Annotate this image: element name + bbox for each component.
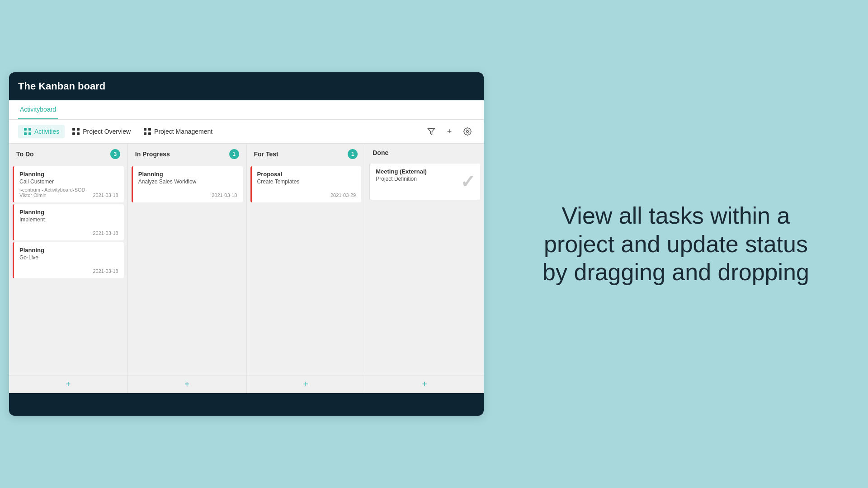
column-cards-in-progress: PlanningAnalyze Sales Workflow2021-03-18 <box>128 164 246 375</box>
svg-rect-6 <box>72 132 75 135</box>
card-subtitle-for-test-0: Create Templates <box>257 178 356 185</box>
done-checkmark-0: ✓ <box>460 171 476 192</box>
card-footer-in-progress-0: 2021-03-18 <box>138 192 237 198</box>
column-todo: To Do3PlanningCall Customeri-centrum - A… <box>9 144 128 393</box>
column-cards-for-test: ProposalCreate Templates2021-03-29 <box>247 164 365 375</box>
toolbar-project-management[interactable]: Project Management <box>138 125 218 138</box>
card-date-todo-0: 2021-03-18 <box>93 192 118 198</box>
card-done-0[interactable]: Meeting (External)Project Definition✓ <box>369 164 480 200</box>
grid-icon-overview <box>72 127 80 136</box>
svg-rect-5 <box>77 128 80 131</box>
column-title-todo: To Do <box>16 150 34 158</box>
filter-button[interactable] <box>424 124 439 139</box>
column-add-todo[interactable]: + <box>9 375 127 393</box>
settings-button[interactable] <box>460 124 475 139</box>
card-title-in-progress-0: Planning <box>138 171 237 178</box>
column-badge-todo: 3 <box>110 149 120 159</box>
svg-rect-7 <box>77 132 80 135</box>
card-date-in-progress-0: 2021-03-18 <box>212 192 237 198</box>
card-footer-todo-2: 2021-03-18 <box>19 268 118 274</box>
app-window: The Kanban board Activityboard Activitie… <box>9 72 484 416</box>
card-title-todo-1: Planning <box>19 209 118 216</box>
column-title-in-progress: In Progress <box>135 150 170 158</box>
grid-icon-management <box>143 127 151 136</box>
card-footer-todo-0: i-centrum - Activityboard-SODViktor Olmi… <box>19 187 118 198</box>
title-bar: The Kanban board <box>9 72 484 100</box>
column-header-in-progress: In Progress1 <box>128 144 246 164</box>
card-meta-todo-0: i-centrum - Activityboard-SODViktor Olmi… <box>19 187 85 198</box>
column-header-for-test: For Test1 <box>247 144 365 164</box>
toolbar-activities-label: Activities <box>34 128 59 135</box>
card-meta-line1: i-centrum - Activityboard-SOD <box>19 187 85 192</box>
side-panel: View all tasks within a project and upda… <box>484 183 868 304</box>
toolbar-project-overview[interactable]: Project Overview <box>66 125 136 138</box>
card-date-for-test-0: 2021-03-29 <box>330 192 356 198</box>
card-date-todo-2: 2021-03-18 <box>93 268 118 274</box>
column-badge-in-progress: 1 <box>229 149 239 159</box>
column-add-done[interactable]: + <box>365 375 484 393</box>
card-meta-line2: Viktor Olmin <box>19 192 85 198</box>
column-cards-done: Meeting (External)Project Definition✓ <box>365 162 484 375</box>
svg-rect-9 <box>148 128 151 131</box>
app-title: The Kanban board <box>18 80 475 92</box>
toolbar: Activities Project Overview <box>9 120 484 144</box>
svg-rect-0 <box>24 128 27 131</box>
svg-rect-1 <box>28 128 31 131</box>
column-cards-todo: PlanningCall Customeri-centrum - Activit… <box>9 164 127 375</box>
card-for-test-0[interactable]: ProposalCreate Templates2021-03-29 <box>250 166 362 202</box>
card-todo-1[interactable]: PlanningImplement2021-03-18 <box>13 204 124 240</box>
svg-rect-3 <box>28 132 31 135</box>
svg-rect-4 <box>72 128 75 131</box>
svg-rect-11 <box>148 132 151 135</box>
card-todo-2[interactable]: PlanningGo-Live2021-03-18 <box>13 242 124 278</box>
add-button[interactable]: + <box>442 124 457 139</box>
column-badge-for-test: 1 <box>348 149 358 159</box>
toolbar-project-management-label: Project Management <box>154 128 212 135</box>
card-footer-todo-1: 2021-03-18 <box>19 230 118 236</box>
toolbar-project-overview-label: Project Overview <box>83 128 131 135</box>
svg-point-13 <box>467 131 469 133</box>
kanban-board: To Do3PlanningCall Customeri-centrum - A… <box>9 144 484 393</box>
column-title-for-test: For Test <box>254 150 278 158</box>
grid-icon-activities <box>24 127 32 136</box>
card-footer-for-test-0: 2021-03-29 <box>257 192 356 198</box>
column-in-progress: In Progress1PlanningAnalyze Sales Workfl… <box>128 144 247 393</box>
card-subtitle-todo-1: Implement <box>19 216 118 223</box>
tab-bar: Activityboard <box>9 100 484 120</box>
card-title-for-test-0: Proposal <box>257 171 356 178</box>
card-subtitle-in-progress-0: Analyze Sales Workflow <box>138 178 237 185</box>
card-title-todo-0: Planning <box>19 171 118 178</box>
card-subtitle-todo-2: Go-Live <box>19 254 118 261</box>
column-add-for-test[interactable]: + <box>247 375 365 393</box>
toolbar-actions: + <box>424 124 475 139</box>
column-header-done: Done <box>365 144 484 162</box>
card-date-todo-1: 2021-03-18 <box>93 230 118 236</box>
column-title-done: Done <box>373 149 388 156</box>
svg-marker-12 <box>428 128 435 135</box>
svg-rect-8 <box>144 128 146 131</box>
svg-rect-10 <box>144 132 146 135</box>
column-add-in-progress[interactable]: + <box>128 375 246 393</box>
column-header-todo: To Do3 <box>9 144 127 164</box>
card-subtitle-todo-0: Call Customer <box>19 178 118 185</box>
toolbar-activities[interactable]: Activities <box>18 125 65 138</box>
svg-rect-2 <box>24 132 27 135</box>
card-in-progress-0[interactable]: PlanningAnalyze Sales Workflow2021-03-18 <box>132 166 243 202</box>
card-todo-0[interactable]: PlanningCall Customeri-centrum - Activit… <box>13 166 124 202</box>
tab-activityboard[interactable]: Activityboard <box>18 100 58 119</box>
app-footer <box>9 393 484 416</box>
side-description: View all tasks within a project and upda… <box>540 202 811 286</box>
column-for-test: For Test1ProposalCreate Templates2021-03… <box>247 144 366 393</box>
column-done: DoneMeeting (External)Project Definition… <box>365 144 484 393</box>
card-title-todo-2: Planning <box>19 247 118 253</box>
